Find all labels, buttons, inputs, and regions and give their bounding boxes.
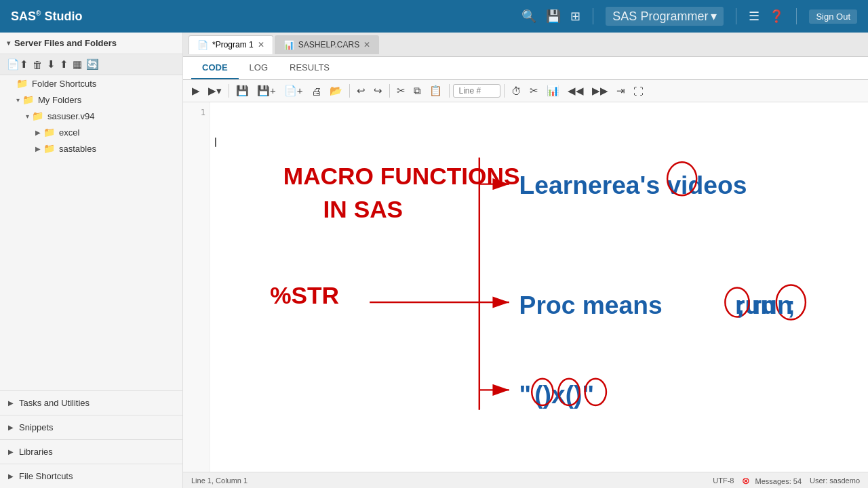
paste-button[interactable]: 📋 — [426, 83, 446, 99]
close-tab-button[interactable]: ✕ — [363, 40, 370, 49]
svg-point-22 — [585, 379, 606, 405]
next-button[interactable]: ▶▶ — [589, 83, 612, 99]
sasuser-folder-item[interactable]: ▾ 📁 sasuser.v94 — [0, 108, 182, 124]
user-info: User: sasdemo — [810, 476, 860, 485]
main-layout: ▾ Server Files and Folders 📄⬆ 🗑 ⬇ ⬆ ▦ 🔄 … — [0, 33, 868, 488]
header-icons: 🔍 💾 ⊞ SAS Programmer ▾ ☰ ❓ Sign Out — [521, 7, 857, 26]
add-file-button[interactable]: 📄+ — [281, 83, 307, 99]
save-button[interactable]: 💾 — [233, 83, 252, 99]
clock-button[interactable]: ⏱ — [508, 83, 525, 99]
program-file-icon: 📄 — [197, 40, 208, 50]
save-as-button[interactable]: 💾+ — [254, 83, 279, 99]
folder-icon: 📁 — [22, 94, 34, 105]
app-logo: SAS® Studio — [11, 9, 82, 24]
menu-icon[interactable]: ☰ — [749, 9, 760, 24]
tasks-utilities-section[interactable]: ▶ Tasks and Utilities — [0, 390, 182, 415]
svg-text:;: ; — [735, 291, 743, 319]
chevron-right-icon: ▶ — [8, 399, 14, 407]
messages-count: 54 — [793, 477, 802, 485]
svg-text:; run: ; run — [736, 291, 793, 319]
svg-text:IN SAS: IN SAS — [323, 196, 403, 222]
encoding-label: UTF-8 — [713, 476, 734, 485]
search-icon[interactable]: 🔍 — [521, 9, 536, 24]
chevron-right-icon: ▶ — [8, 424, 14, 431]
error-dot-icon: ⊗ — [742, 475, 750, 486]
status-bar: Line 1, Column 1 UTF-8 ⊗ Messages: 54 Us… — [183, 472, 868, 488]
status-left: Line 1, Column 1 — [191, 476, 248, 485]
download-icon[interactable]: ⬇ — [47, 58, 56, 70]
svg-text:Learnerea's videos: Learnerea's videos — [519, 171, 747, 199]
svg-text:run: run — [735, 291, 776, 319]
program1-tab[interactable]: 📄 *Program 1 ✕ — [189, 35, 273, 54]
status-right: UTF-8 ⊗ Messages: 54 User: sasdemo — [713, 475, 860, 486]
sastables-folder-item[interactable]: ▶ 📁 sastables — [0, 140, 182, 157]
indent-button[interactable]: ⇥ — [613, 83, 629, 99]
chevron-right-icon: ▶ — [8, 448, 14, 455]
run-options-button[interactable]: ▶▾ — [205, 83, 225, 99]
code-tabs-bar: CODE LOG RESULTS — [183, 57, 868, 80]
content-area: 📄 *Program 1 ✕ 📊 SASHELP.CARS ✕ CODE LOG… — [183, 33, 868, 488]
prev-button[interactable]: ◀◀ — [564, 83, 587, 99]
delete-icon[interactable]: 🗑 — [33, 59, 43, 70]
programmer-label: SAS Programmer — [612, 9, 708, 24]
grid-icon[interactable]: ⊞ — [570, 9, 580, 24]
upload-icon[interactable]: ⬆ — [60, 58, 68, 70]
sashelp-cars-tab[interactable]: 📊 SASHELP.CARS ✕ — [275, 35, 380, 54]
file-shortcuts-section[interactable]: ▶ File Shortcuts — [0, 464, 182, 488]
undo-button[interactable]: ↩ — [353, 83, 369, 99]
sign-out-button[interactable]: Sign Out — [809, 9, 857, 24]
svg-text:()x()": ()x()" — [534, 380, 594, 409]
refresh-icon[interactable]: 🔄 — [86, 58, 99, 70]
print-button[interactable]: 🖨 — [308, 83, 325, 99]
sidebar-toolbar: 📄⬆ 🗑 ⬇ ⬆ ▦ 🔄 — [0, 54, 182, 75]
toolbar-separator2 — [349, 84, 350, 98]
arrow-down-icon: ▾ — [26, 113, 29, 120]
svg-text:%STR: %STR — [270, 282, 339, 308]
fullscreen-button[interactable]: ⛶ — [630, 83, 647, 99]
folder-icon: 📁 — [16, 78, 28, 89]
file-tab-bar: 📄 *Program 1 ✕ 📊 SASHELP.CARS ✕ — [183, 33, 868, 57]
libraries-label: Libraries — [19, 447, 53, 457]
editor-canvas[interactable]: MACRO FUNCTIONS IN SAS %STR — [210, 102, 868, 472]
folder-name: sastables — [59, 144, 96, 154]
folder-shortcuts-item[interactable]: 📁 Folder Shortcuts — [0, 75, 182, 92]
my-folders-item[interactable]: ▾ 📁 My Folders — [0, 92, 182, 108]
table-file-icon: 📊 — [283, 40, 294, 50]
svg-text:;: ; — [787, 291, 795, 319]
cursor-position: Line 1, Column 1 — [191, 476, 248, 485]
toolbar-separator5 — [504, 84, 505, 98]
folder-icon: 📁 — [32, 110, 43, 121]
file-shortcuts-label: File Shortcuts — [19, 471, 73, 481]
copy-button[interactable]: ⧉ — [410, 83, 425, 99]
snippets-section[interactable]: ▶ Snippets — [0, 415, 182, 439]
new-file-icon[interactable]: 📄⬆ — [7, 58, 28, 70]
arrow-down-icon: ▾ — [16, 96, 20, 104]
error-indicator: ⊗ Messages: 54 — [742, 475, 802, 486]
tab-code[interactable]: CODE — [191, 57, 239, 79]
line-number-input[interactable]: Line # — [453, 84, 500, 98]
editor-toolbar: ▶ ▶▾ 💾 💾+ 📄+ 🖨 📂 ↩ ↪ ✂ ⧉ 📋 Line # ⏱ ✂ 📊 … — [183, 80, 868, 102]
open-button[interactable]: 📂 — [326, 83, 346, 99]
programmer-selector[interactable]: SAS Programmer ▾ — [606, 7, 724, 26]
cut-button[interactable]: ✂ — [393, 83, 409, 99]
table-icon[interactable]: ▦ — [73, 58, 82, 70]
run-button[interactable]: ▶ — [189, 83, 203, 99]
tab-log[interactable]: LOG — [239, 57, 279, 79]
help-icon[interactable]: ❓ — [769, 9, 784, 24]
close-tab-button[interactable]: ✕ — [258, 40, 264, 49]
svg-point-20 — [532, 379, 553, 405]
redo-button[interactable]: ↪ — [370, 83, 386, 99]
toolbar-separator4 — [449, 84, 450, 98]
excel-folder-item[interactable]: ▶ 📁 excel — [0, 124, 182, 140]
libraries-section[interactable]: ▶ Libraries — [0, 439, 182, 464]
save-icon[interactable]: 💾 — [546, 9, 561, 24]
chart-button[interactable]: 📊 — [543, 83, 563, 99]
cut2-button[interactable]: ✂ — [526, 83, 542, 99]
tasks-utilities-label: Tasks and Utilities — [19, 398, 90, 408]
svg-point-11 — [667, 162, 696, 195]
editor-area: 1 MACRO FUNCTIONS IN SAS %STR — [183, 102, 868, 472]
toolbar-separator — [229, 84, 229, 98]
server-files-section[interactable]: ▾ Server Files and Folders — [0, 33, 182, 54]
messages-label: Messages: — [755, 477, 791, 485]
tab-results[interactable]: RESULTS — [279, 57, 340, 79]
